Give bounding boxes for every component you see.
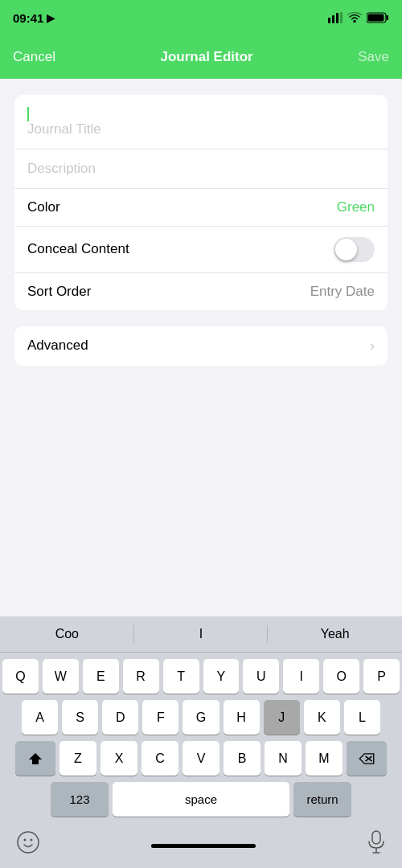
- nav-bar: Cancel Journal Editor Save: [0, 35, 402, 79]
- key-r[interactable]: R: [123, 659, 159, 694]
- key-b[interactable]: B: [224, 741, 260, 776]
- key-q[interactable]: Q: [2, 659, 39, 694]
- autocomplete-i[interactable]: I: [134, 619, 269, 649]
- key-h[interactable]: H: [224, 700, 260, 735]
- key-t[interactable]: T: [163, 659, 199, 694]
- wifi-icon: [347, 12, 362, 23]
- shift-key[interactable]: [15, 741, 55, 776]
- key-y[interactable]: Y: [203, 659, 240, 694]
- svg-rect-3: [340, 12, 343, 23]
- key-row-1: Q W E R T Y U I O P: [2, 659, 400, 694]
- key-k[interactable]: K: [304, 700, 340, 735]
- svg-point-4: [353, 20, 356, 23]
- return-key[interactable]: return: [293, 782, 351, 817]
- key-j[interactable]: J: [264, 700, 300, 735]
- svg-rect-14: [372, 831, 380, 844]
- svg-rect-1: [332, 15, 334, 23]
- svg-point-13: [31, 839, 33, 841]
- svg-point-12: [24, 839, 27, 841]
- sort-value: Entry Date: [310, 284, 375, 300]
- color-label: Color: [27, 199, 60, 215]
- signal-icon: [328, 12, 343, 23]
- form-area: Color Green Conceal Content Sort Order E…: [0, 79, 402, 382]
- key-c[interactable]: C: [142, 741, 178, 776]
- autocomplete-yeah[interactable]: Yeah: [268, 619, 402, 649]
- title-field-row: [14, 95, 388, 149]
- svg-rect-2: [336, 13, 338, 23]
- color-value: Green: [337, 199, 375, 215]
- advanced-card[interactable]: Advanced ›: [14, 326, 388, 366]
- emoji-button[interactable]: [16, 830, 40, 858]
- toggle-knob: [335, 239, 357, 260]
- text-cursor: [27, 107, 29, 121]
- delete-key[interactable]: [347, 741, 387, 776]
- autocomplete-bar: Coo I Yeah: [0, 616, 402, 653]
- numbers-key[interactable]: 123: [51, 782, 109, 817]
- cancel-button[interactable]: Cancel: [13, 49, 55, 65]
- journal-title-input[interactable]: [27, 121, 375, 137]
- key-g[interactable]: G: [183, 700, 219, 735]
- sort-label: Sort Order: [27, 284, 91, 300]
- key-f[interactable]: F: [142, 700, 178, 735]
- shift-icon: [28, 751, 43, 766]
- save-button[interactable]: Save: [358, 49, 389, 65]
- key-l[interactable]: L: [344, 700, 380, 735]
- conceal-label: Conceal Content: [27, 241, 129, 257]
- key-w[interactable]: W: [43, 659, 79, 694]
- status-bar: 09:41 ▶: [0, 0, 402, 35]
- autocomplete-coo[interactable]: Coo: [0, 619, 134, 649]
- status-time: 09:41 ▶: [13, 11, 55, 25]
- chevron-right-icon: ›: [370, 338, 375, 354]
- key-p[interactable]: P: [363, 659, 400, 694]
- microphone-button[interactable]: [367, 830, 386, 858]
- time-display: 09:41: [13, 11, 43, 25]
- svg-point-11: [18, 832, 39, 853]
- main-form-card: Color Green Conceal Content Sort Order E…: [14, 95, 388, 310]
- conceal-row: Conceal Content: [14, 226, 388, 272]
- key-v[interactable]: V: [183, 741, 219, 776]
- color-row[interactable]: Color Green: [14, 188, 388, 226]
- key-n[interactable]: N: [265, 741, 302, 776]
- sort-order-row[interactable]: Sort Order Entry Date: [14, 272, 388, 310]
- svg-rect-6: [387, 15, 389, 20]
- key-m[interactable]: M: [306, 741, 343, 776]
- svg-rect-0: [328, 18, 330, 23]
- key-e[interactable]: E: [83, 659, 119, 694]
- page-title: Journal Editor: [160, 49, 252, 65]
- microphone-icon: [367, 830, 386, 854]
- key-i[interactable]: I: [283, 659, 319, 694]
- key-row-2: A S D F G H J K L: [2, 700, 400, 735]
- key-rows: Q W E R T Y U I O P A S D F G H J K L: [0, 653, 402, 826]
- svg-rect-7: [368, 14, 384, 22]
- advanced-row[interactable]: Advanced ›: [14, 326, 388, 366]
- keyboard: Coo I Yeah Q W E R T Y U I O P A S D F: [0, 616, 402, 868]
- key-row-3: Z X C V B N M: [2, 741, 400, 776]
- key-z[interactable]: Z: [59, 741, 96, 776]
- key-x[interactable]: X: [100, 741, 137, 776]
- key-u[interactable]: U: [243, 659, 279, 694]
- space-key[interactable]: space: [113, 782, 289, 817]
- battery-icon: [367, 12, 389, 23]
- key-o[interactable]: O: [323, 659, 359, 694]
- status-icons: [328, 12, 389, 23]
- conceal-toggle[interactable]: [334, 237, 375, 262]
- key-d[interactable]: D: [102, 700, 138, 735]
- advanced-label: Advanced: [27, 338, 88, 354]
- key-s[interactable]: S: [62, 700, 98, 735]
- emoji-icon: [16, 830, 40, 854]
- svg-marker-8: [29, 753, 42, 764]
- bottom-bar: [0, 826, 402, 868]
- key-row-4: 123 space return: [2, 782, 400, 817]
- description-input[interactable]: [27, 161, 375, 177]
- description-field-row: [14, 149, 388, 188]
- delete-icon: [359, 753, 375, 764]
- location-icon: ▶: [47, 12, 55, 24]
- home-indicator: [151, 844, 256, 848]
- key-a[interactable]: A: [22, 700, 58, 735]
